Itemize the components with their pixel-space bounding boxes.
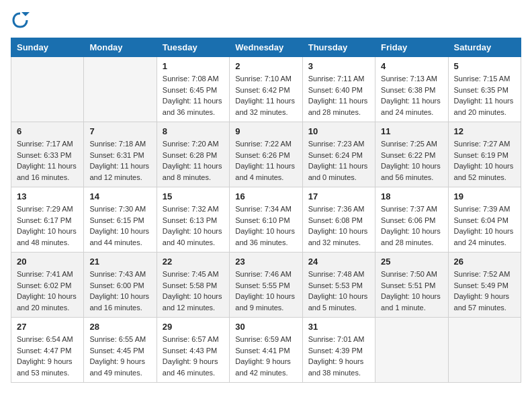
day-number: 27	[17, 322, 78, 332]
day-number: 25	[381, 257, 442, 267]
day-number: 14	[89, 191, 150, 201]
calendar-cell: 16Sunrise: 7:34 AM Sunset: 6:10 PM Dayli…	[230, 187, 302, 253]
calendar-cell: 25Sunrise: 7:50 AM Sunset: 5:51 PM Dayli…	[375, 253, 448, 318]
calendar-cell	[448, 318, 521, 383]
calendar-cell: 1Sunrise: 7:08 AM Sunset: 6:45 PM Daylig…	[157, 57, 229, 122]
day-info: Sunrise: 7:50 AM Sunset: 5:51 PM Dayligh…	[381, 269, 442, 313]
day-number: 26	[454, 257, 515, 267]
day-number: 8	[163, 126, 224, 136]
calendar-cell: 15Sunrise: 7:32 AM Sunset: 6:13 PM Dayli…	[157, 187, 229, 253]
day-number: 15	[163, 191, 224, 201]
day-number: 12	[454, 126, 515, 136]
day-info: Sunrise: 7:37 AM Sunset: 6:06 PM Dayligh…	[381, 203, 442, 248]
page-header	[11, 11, 521, 30]
calendar-cell: 18Sunrise: 7:37 AM Sunset: 6:06 PM Dayli…	[375, 187, 448, 253]
day-number: 2	[235, 61, 296, 71]
calendar-cell: 6Sunrise: 7:17 AM Sunset: 6:33 PM Daylig…	[11, 122, 84, 187]
day-info: Sunrise: 6:54 AM Sunset: 4:47 PM Dayligh…	[17, 334, 78, 378]
day-number: 16	[235, 191, 296, 201]
day-info: Sunrise: 6:59 AM Sunset: 4:41 PM Dayligh…	[235, 334, 296, 378]
day-info: Sunrise: 6:55 AM Sunset: 4:45 PM Dayligh…	[89, 334, 150, 378]
day-info: Sunrise: 7:39 AM Sunset: 6:04 PM Dayligh…	[454, 203, 515, 248]
day-info: Sunrise: 7:08 AM Sunset: 6:45 PM Dayligh…	[163, 73, 224, 118]
day-number: 19	[454, 191, 515, 201]
calendar-cell: 9Sunrise: 7:22 AM Sunset: 6:26 PM Daylig…	[230, 122, 302, 187]
calendar-week-row: 20Sunrise: 7:41 AM Sunset: 6:02 PM Dayli…	[11, 253, 521, 318]
day-info: Sunrise: 6:57 AM Sunset: 4:43 PM Dayligh…	[163, 334, 224, 378]
day-info: Sunrise: 7:20 AM Sunset: 6:28 PM Dayligh…	[163, 138, 224, 183]
day-info: Sunrise: 7:41 AM Sunset: 6:02 PM Dayligh…	[17, 269, 78, 313]
weekday-header: Tuesday	[157, 38, 229, 57]
day-info: Sunrise: 7:34 AM Sunset: 6:10 PM Dayligh…	[235, 203, 296, 248]
day-info: Sunrise: 7:43 AM Sunset: 6:00 PM Dayligh…	[89, 269, 150, 313]
day-number: 4	[381, 61, 442, 71]
day-number: 11	[381, 126, 442, 136]
day-info: Sunrise: 7:01 AM Sunset: 4:39 PM Dayligh…	[308, 334, 369, 378]
calendar-cell	[11, 57, 84, 122]
logo	[11, 11, 32, 30]
calendar-cell: 2Sunrise: 7:10 AM Sunset: 6:42 PM Daylig…	[230, 57, 302, 122]
calendar-cell: 7Sunrise: 7:18 AM Sunset: 6:31 PM Daylig…	[84, 122, 157, 187]
day-number: 24	[308, 257, 369, 267]
day-number: 6	[17, 126, 78, 136]
calendar-cell: 8Sunrise: 7:20 AM Sunset: 6:28 PM Daylig…	[157, 122, 229, 187]
calendar-cell: 3Sunrise: 7:11 AM Sunset: 6:40 PM Daylig…	[302, 57, 375, 122]
day-number: 22	[163, 257, 224, 267]
calendar-cell: 23Sunrise: 7:46 AM Sunset: 5:55 PM Dayli…	[230, 253, 302, 318]
calendar-cell: 29Sunrise: 6:57 AM Sunset: 4:43 PM Dayli…	[157, 318, 229, 383]
day-number: 1	[163, 61, 224, 71]
day-number: 3	[308, 61, 369, 71]
weekday-header: Sunday	[11, 38, 84, 57]
calendar-cell: 20Sunrise: 7:41 AM Sunset: 6:02 PM Dayli…	[11, 253, 84, 318]
weekday-header-row: SundayMondayTuesdayWednesdayThursdayFrid…	[11, 38, 521, 57]
calendar-cell: 26Sunrise: 7:52 AM Sunset: 5:49 PM Dayli…	[448, 253, 521, 318]
calendar-cell: 27Sunrise: 6:54 AM Sunset: 4:47 PM Dayli…	[11, 318, 84, 383]
day-info: Sunrise: 7:29 AM Sunset: 6:17 PM Dayligh…	[17, 203, 78, 248]
day-number: 13	[17, 191, 78, 201]
calendar-cell: 28Sunrise: 6:55 AM Sunset: 4:45 PM Dayli…	[84, 318, 157, 383]
weekday-header: Monday	[84, 38, 157, 57]
calendar-cell: 13Sunrise: 7:29 AM Sunset: 6:17 PM Dayli…	[11, 187, 84, 253]
calendar-cell: 10Sunrise: 7:23 AM Sunset: 6:24 PM Dayli…	[302, 122, 375, 187]
calendar-cell: 31Sunrise: 7:01 AM Sunset: 4:39 PM Dayli…	[302, 318, 375, 383]
day-info: Sunrise: 7:22 AM Sunset: 6:26 PM Dayligh…	[235, 138, 296, 183]
calendar-cell: 14Sunrise: 7:30 AM Sunset: 6:15 PM Dayli…	[84, 187, 157, 253]
weekday-header: Wednesday	[230, 38, 302, 57]
day-number: 20	[17, 257, 78, 267]
day-number: 21	[89, 257, 150, 267]
calendar-week-row: 13Sunrise: 7:29 AM Sunset: 6:17 PM Dayli…	[11, 187, 521, 253]
calendar-cell: 21Sunrise: 7:43 AM Sunset: 6:00 PM Dayli…	[84, 253, 157, 318]
weekday-header: Saturday	[448, 38, 521, 57]
day-info: Sunrise: 7:52 AM Sunset: 5:49 PM Dayligh…	[454, 269, 515, 313]
weekday-header: Friday	[375, 38, 448, 57]
day-info: Sunrise: 7:10 AM Sunset: 6:42 PM Dayligh…	[235, 73, 296, 118]
day-number: 31	[308, 322, 369, 332]
day-info: Sunrise: 7:27 AM Sunset: 6:19 PM Dayligh…	[454, 138, 515, 183]
day-info: Sunrise: 7:25 AM Sunset: 6:22 PM Dayligh…	[381, 138, 442, 183]
calendar-week-row: 6Sunrise: 7:17 AM Sunset: 6:33 PM Daylig…	[11, 122, 521, 187]
calendar-cell: 11Sunrise: 7:25 AM Sunset: 6:22 PM Dayli…	[375, 122, 448, 187]
day-info: Sunrise: 7:45 AM Sunset: 5:58 PM Dayligh…	[163, 269, 224, 313]
calendar-cell: 12Sunrise: 7:27 AM Sunset: 6:19 PM Dayli…	[448, 122, 521, 187]
day-info: Sunrise: 7:17 AM Sunset: 6:33 PM Dayligh…	[17, 138, 78, 183]
day-info: Sunrise: 7:46 AM Sunset: 5:55 PM Dayligh…	[235, 269, 296, 313]
calendar-week-row: 1Sunrise: 7:08 AM Sunset: 6:45 PM Daylig…	[11, 57, 521, 122]
calendar-cell	[84, 57, 157, 122]
calendar-cell: 30Sunrise: 6:59 AM Sunset: 4:41 PM Dayli…	[230, 318, 302, 383]
day-number: 5	[454, 61, 515, 71]
day-info: Sunrise: 7:11 AM Sunset: 6:40 PM Dayligh…	[308, 73, 369, 118]
day-info: Sunrise: 7:48 AM Sunset: 5:53 PM Dayligh…	[308, 269, 369, 313]
day-info: Sunrise: 7:32 AM Sunset: 6:13 PM Dayligh…	[163, 203, 224, 248]
day-number: 30	[235, 322, 296, 332]
calendar-cell: 17Sunrise: 7:36 AM Sunset: 6:08 PM Dayli…	[302, 187, 375, 253]
calendar-cell: 22Sunrise: 7:45 AM Sunset: 5:58 PM Dayli…	[157, 253, 229, 318]
day-info: Sunrise: 7:30 AM Sunset: 6:15 PM Dayligh…	[89, 203, 150, 248]
calendar-cell: 24Sunrise: 7:48 AM Sunset: 5:53 PM Dayli…	[302, 253, 375, 318]
day-info: Sunrise: 7:15 AM Sunset: 6:35 PM Dayligh…	[454, 73, 515, 118]
day-number: 10	[308, 126, 369, 136]
day-number: 17	[308, 191, 369, 201]
day-info: Sunrise: 7:36 AM Sunset: 6:08 PM Dayligh…	[308, 203, 369, 248]
weekday-header: Thursday	[302, 38, 375, 57]
day-info: Sunrise: 7:23 AM Sunset: 6:24 PM Dayligh…	[308, 138, 369, 183]
day-number: 23	[235, 257, 296, 267]
